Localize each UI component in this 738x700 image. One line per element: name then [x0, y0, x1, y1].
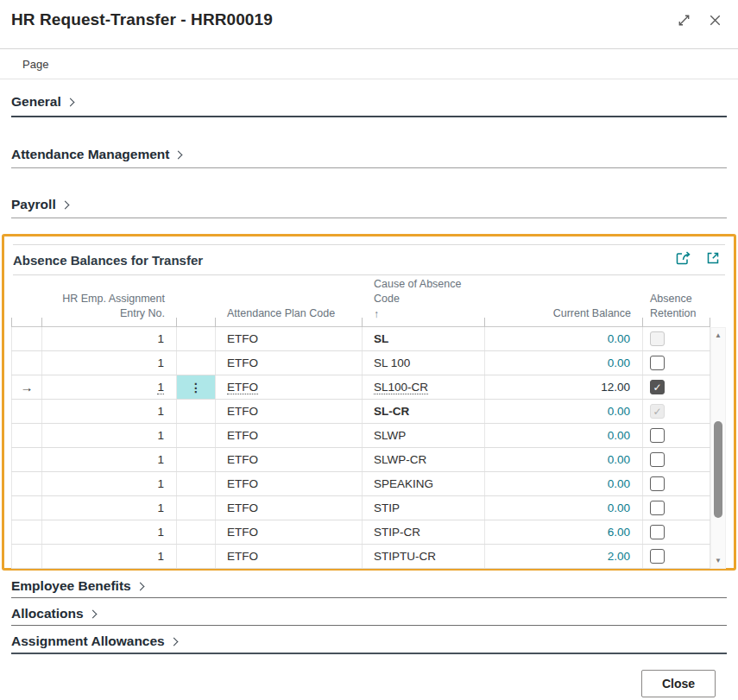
absence-retention-checkbox[interactable]: ✓ — [650, 380, 665, 394]
table-row[interactable]: 1ETFOSLWP0.00 — [11, 424, 710, 448]
plan-code-cell: ETFO — [216, 520, 363, 544]
close-button[interactable]: Close — [641, 670, 716, 697]
scroll-up-button[interactable]: ▲ — [711, 331, 725, 339]
retention-cell — [643, 448, 710, 471]
section-attendance-label: Attendance Management — [11, 147, 169, 161]
row-menu-cell — [177, 545, 216, 568]
retention-cell — [643, 327, 710, 350]
plan-code-cell: ETFO — [216, 351, 363, 375]
row-selector-cell — [11, 448, 42, 471]
entry-no-cell: 1 — [42, 545, 177, 568]
retention-cell — [643, 545, 710, 568]
share-button[interactable] — [674, 251, 691, 268]
row-selector-cell — [11, 472, 42, 495]
section-payroll-label: Payroll — [11, 197, 56, 211]
absence-retention-checkbox[interactable] — [650, 428, 665, 443]
absence-retention-checkbox[interactable] — [650, 501, 665, 515]
chevron-right-icon — [174, 151, 183, 160]
absence-retention-checkbox[interactable] — [650, 452, 665, 467]
section-employee-benefits-toggle[interactable]: Employee Benefits — [11, 578, 143, 594]
row-menu-cell — [177, 496, 216, 520]
row-selector-cell — [11, 351, 42, 375]
cause-code-cell: SL — [363, 327, 485, 350]
expand-dialog-button[interactable] — [674, 12, 693, 31]
row-menu-cell — [177, 448, 216, 471]
column-header-absence-retention[interactable]: Absence Retention — [643, 275, 710, 326]
popout-button[interactable] — [704, 251, 722, 268]
menu-item-page[interactable]: Page — [22, 58, 48, 71]
plan-code-cell: ETFO — [216, 448, 363, 471]
chevron-right-icon — [169, 638, 178, 646]
scroll-down-button[interactable]: ▼ — [711, 557, 725, 564]
column-header-plan-code[interactable]: Attendance Plan Code — [216, 275, 363, 326]
plan-code-cell: ETFO — [216, 472, 363, 495]
absence-retention-checkbox[interactable] — [650, 549, 665, 564]
table-row[interactable]: 1ETFOSLWP-CR0.00 — [11, 448, 710, 472]
absence-retention-checkbox[interactable] — [650, 356, 665, 370]
section-assignment-allowances-label: Assignment Allowances — [11, 634, 165, 648]
row-menu-cell — [177, 400, 216, 423]
table-row[interactable]: 1ETFOSL0.00 — [11, 327, 710, 351]
absence-retention-checkbox[interactable] — [650, 476, 665, 491]
row-menu-cell[interactable]: ⋮ — [177, 375, 216, 399]
sort-ascending-icon: ↑ — [374, 307, 379, 321]
section-general-toggle[interactable]: General — [11, 94, 73, 110]
table-row[interactable]: 1ETFOSPEAKING0.00 — [11, 472, 710, 496]
row-selector-cell: → — [11, 375, 42, 399]
column-header-entry-no[interactable]: HR Emp. Assignment Entry No. — [42, 275, 177, 326]
table-row[interactable]: 1ETFOSTIPTU-CR2.00 — [11, 545, 710, 569]
balance-value[interactable]: 6.00 — [608, 526, 630, 539]
table-row[interactable]: 1ETFOSL-CR0.00✓ — [11, 400, 710, 424]
retention-cell — [643, 496, 710, 520]
section-general-label: General — [11, 94, 61, 109]
retention-cell: ✓ — [643, 400, 710, 423]
close-dialog-button[interactable] — [705, 12, 724, 31]
balance-value[interactable]: 0.00 — [608, 405, 630, 418]
absence-retention-checkbox[interactable] — [650, 525, 665, 539]
cause-code-cell: STIPTU-CR — [363, 545, 485, 568]
section-assignment-allowances-toggle[interactable]: Assignment Allowances — [11, 634, 177, 649]
row-menu-cell — [177, 520, 216, 544]
absence-table: HR Emp. Assignment Entry No. Attendance … — [11, 275, 734, 569]
chevron-right-icon — [136, 583, 144, 591]
entry-no-cell: 1 — [42, 400, 177, 423]
entry-no-cell: 1 — [42, 448, 177, 471]
dialog-titlebar: HR Request-Transfer - HRR00019 — [0, 0, 738, 49]
balance-value[interactable]: 2.00 — [608, 550, 630, 563]
table-row[interactable]: →1⋮ETFOSL100-CR12.00✓ — [11, 375, 710, 400]
section-divider — [11, 653, 727, 654]
balance-value[interactable]: 0.00 — [608, 356, 630, 369]
section-payroll-toggle[interactable]: Payroll — [11, 197, 68, 212]
menubar: Page — [0, 49, 738, 79]
plan-code-cell: ETFO — [216, 545, 363, 568]
expand-diagonal-icon — [676, 12, 692, 32]
entry-no-cell: 1 — [42, 424, 177, 447]
section-allocations-toggle[interactable]: Allocations — [11, 606, 96, 621]
table-row[interactable]: 1ETFOSTIP-CR6.00 — [11, 520, 710, 545]
section-divider — [11, 597, 727, 598]
balance-value[interactable]: 0.00 — [608, 429, 630, 442]
column-header-current-balance[interactable]: Current Balance — [485, 275, 643, 326]
retention-cell — [643, 424, 710, 447]
entry-no-cell: 1 — [42, 496, 177, 520]
plan-code-cell: ETFO — [216, 327, 363, 350]
row-ellipsis-icon[interactable]: ⋮ — [190, 381, 202, 394]
column-header-selector — [11, 275, 42, 326]
vertical-scrollbar[interactable]: ▲ ▼ — [710, 327, 726, 569]
cause-code-cell: SLWP-CR — [363, 448, 485, 471]
entry-no-cell: 1 — [42, 351, 177, 375]
balance-value[interactable]: 12.00 — [601, 381, 630, 394]
retention-cell — [643, 472, 710, 495]
table-row[interactable]: 1ETFOSTIP0.00 — [11, 496, 710, 520]
section-attendance-toggle[interactable]: Attendance Management — [11, 147, 181, 162]
section-employee-benefits-label: Employee Benefits — [11, 578, 131, 593]
balance-value[interactable]: 0.00 — [608, 501, 630, 514]
balance-cell: 0.00 — [485, 496, 643, 520]
balance-value[interactable]: 0.00 — [608, 453, 630, 466]
table-row[interactable]: 1ETFOSL 1000.00 — [11, 351, 710, 375]
balance-value[interactable]: 0.00 — [608, 477, 630, 490]
balance-value[interactable]: 0.00 — [608, 332, 630, 345]
chevron-right-icon — [60, 201, 69, 210]
scrollbar-thumb[interactable] — [714, 421, 722, 518]
column-header-cause-code[interactable]: Cause of Absence Code ↑ — [363, 275, 485, 326]
